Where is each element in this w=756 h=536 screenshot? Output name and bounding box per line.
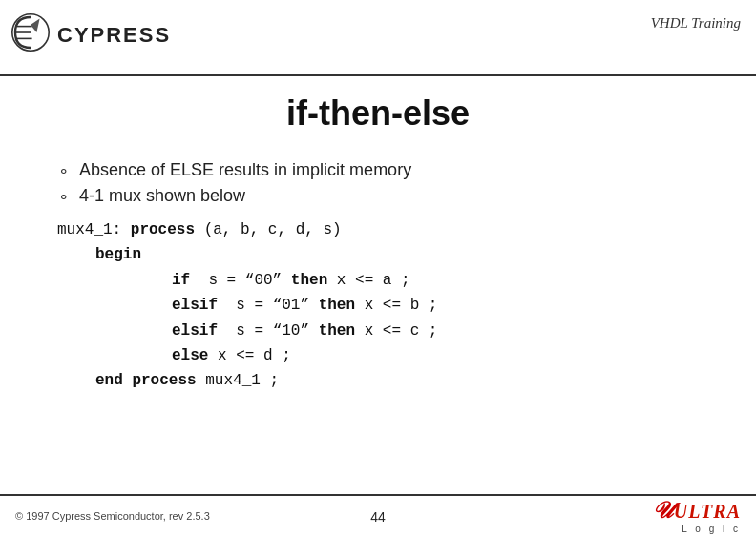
code-line-5: elsif s = “10” then x <= c ; bbox=[172, 319, 699, 343]
code-text: x <= b ; bbox=[355, 297, 437, 314]
code-text: if bbox=[172, 272, 190, 289]
code-text: s = “10” bbox=[218, 322, 319, 340]
code-text: begin bbox=[95, 246, 141, 263]
code-text: else bbox=[172, 347, 208, 364]
code-text: mux4_1: process (a, b, c, d, s) bbox=[57, 221, 342, 238]
list-item: ⚬ Absence of ELSE results in implicit me… bbox=[57, 160, 699, 180]
logo-area: CYPRESS bbox=[8, 8, 171, 57]
list-item: ⚬ 4-1 mux shown below bbox=[57, 186, 699, 206]
code-text: s = “00” bbox=[190, 272, 291, 289]
code-text: x <= a ; bbox=[327, 272, 410, 289]
slide-title: if-then-else bbox=[57, 93, 699, 134]
logic-text: L o g i c bbox=[682, 524, 741, 534]
cypress-logo-icon bbox=[8, 8, 53, 57]
code-text: s = “01” bbox=[218, 297, 319, 314]
footer: © 1997 Cypress Semiconductor, rev 2.5.3 … bbox=[0, 494, 756, 536]
header-slide-title: VHDL Training bbox=[651, 15, 741, 31]
ultra-logo-icon: 𝒰 bbox=[652, 498, 672, 524]
ultra-text: ULTRA bbox=[674, 501, 741, 523]
bullet-text-1: Absence of ELSE results in implicit memo… bbox=[79, 160, 411, 180]
footer-copyright: © 1997 Cypress Semiconductor, rev 2.5.3 bbox=[15, 510, 210, 522]
bullet-icon: ⚬ bbox=[57, 162, 70, 180]
bullet-text-2: 4-1 mux shown below bbox=[79, 186, 245, 206]
company-name: CYPRESS bbox=[57, 23, 171, 48]
code-text: end process bbox=[95, 372, 197, 389]
code-text: mux4_1 ; bbox=[197, 372, 279, 389]
code-text: then bbox=[319, 322, 355, 340]
main-content: if-then-else ⚬ Absence of ELSE results i… bbox=[0, 76, 756, 403]
code-text: x <= c ; bbox=[355, 322, 437, 340]
code-text: then bbox=[291, 272, 327, 289]
code-text: then bbox=[319, 297, 355, 314]
page-number: 44 bbox=[370, 509, 386, 525]
code-text: x <= d ; bbox=[208, 347, 290, 364]
ultra-logic-logo-area: 𝒰 ULTRA L o g i c bbox=[652, 498, 741, 534]
bullet-icon: ⚬ bbox=[57, 188, 70, 206]
code-line-2: begin bbox=[95, 242, 699, 267]
code-line-7: end process mux4_1 ; bbox=[95, 368, 699, 393]
code-text: elsif bbox=[172, 322, 218, 340]
code-line-4: elsif s = “01” then x <= b ; bbox=[172, 293, 699, 318]
header: CYPRESS VHDL Training bbox=[0, 0, 756, 76]
code-line-1: mux4_1: process (a, b, c, d, s) bbox=[57, 217, 699, 242]
code-line-6: else x <= d ; bbox=[172, 343, 699, 368]
code-text: elsif bbox=[172, 297, 218, 314]
bullet-list: ⚬ Absence of ELSE results in implicit me… bbox=[57, 160, 699, 206]
code-block: mux4_1: process (a, b, c, d, s) begin if… bbox=[57, 217, 699, 394]
code-line-3: if s = “00” then x <= a ; bbox=[172, 268, 699, 293]
